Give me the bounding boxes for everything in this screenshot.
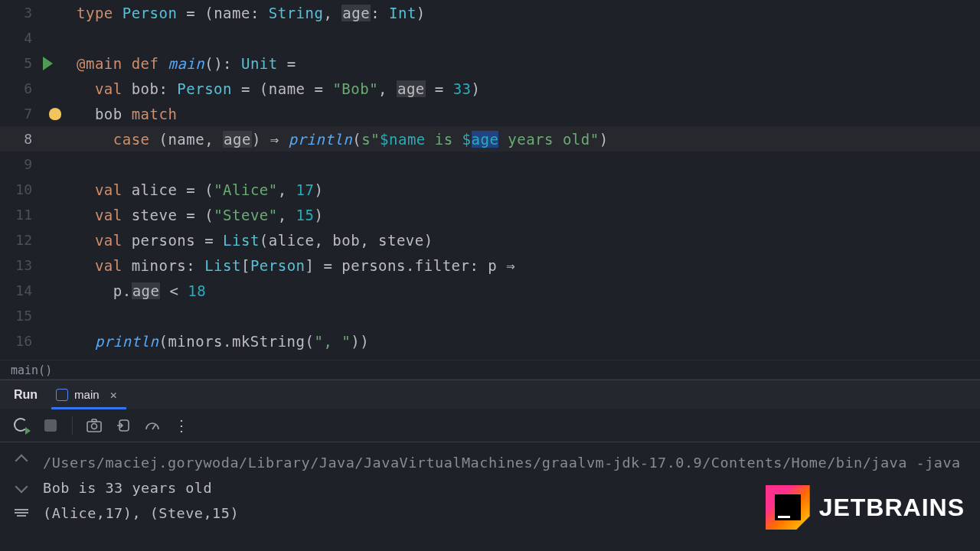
code-text[interactable]: println(minors.mkString(", ")) xyxy=(77,333,369,350)
scroll-up-icon[interactable] xyxy=(14,453,29,468)
code-line[interactable]: 5@main def main(): Unit = xyxy=(0,51,980,76)
jetbrains-logo-icon xyxy=(766,485,810,530)
line-number: 10 xyxy=(0,181,38,197)
rerun-button[interactable] xyxy=(14,418,29,433)
line-number: 8 xyxy=(0,131,38,147)
console-gutter xyxy=(0,442,43,551)
run-toolbar: ⋮ xyxy=(0,409,980,442)
code-line[interactable]: 16 println(minors.mkString(", ")) xyxy=(0,328,980,354)
gutter-gap xyxy=(38,108,77,120)
code-line[interactable]: 3type Person = (name: String, age: Int) xyxy=(0,0,980,25)
jetbrains-logo: JETBRAINS xyxy=(766,485,965,530)
code-line[interactable]: 12 val persons = List(alice, bob, steve) xyxy=(0,227,980,253)
line-number: 13 xyxy=(0,257,38,273)
code-text[interactable]: val bob: Person = (name = "Bob", age = 3… xyxy=(77,80,481,97)
line-number: 15 xyxy=(0,308,38,324)
code-line[interactable]: 10 val alice = ("Alice", 17) xyxy=(0,177,980,202)
code-line[interactable]: 9 xyxy=(0,152,980,177)
intention-bulb-icon[interactable] xyxy=(49,108,61,120)
stop-button[interactable] xyxy=(43,418,58,433)
run-title: Run xyxy=(14,388,38,402)
more-actions-icon[interactable]: ⋮ xyxy=(174,418,189,433)
run-tab-main[interactable]: main ✕ xyxy=(51,380,126,409)
line-number: 7 xyxy=(0,106,38,122)
screenshot-icon[interactable] xyxy=(87,418,102,433)
line-number: 9 xyxy=(0,156,38,172)
code-line[interactable]: 8 case (name, age) ⇒ println(s"$name is … xyxy=(0,126,980,152)
code-line[interactable]: 4 xyxy=(0,25,980,51)
toolbar-divider xyxy=(72,416,73,435)
code-text[interactable]: bob match xyxy=(77,106,177,122)
line-number: 12 xyxy=(0,232,38,248)
code-line[interactable]: 11 val steve = ("Steve", 15) xyxy=(0,202,980,227)
run-tab-label: main xyxy=(74,388,100,401)
application-icon xyxy=(56,389,68,401)
code-line[interactable]: 7 bob match xyxy=(0,101,980,126)
close-icon[interactable]: ✕ xyxy=(106,388,122,402)
code-text[interactable]: val minors: List[Person] = persons.filte… xyxy=(77,257,515,274)
code-editor[interactable]: 3type Person = (name: String, age: Int)4… xyxy=(0,0,980,360)
soft-wrap-icon[interactable] xyxy=(14,505,29,520)
code-line[interactable]: 15 xyxy=(0,303,980,328)
code-text[interactable]: p.age < 18 xyxy=(77,282,206,299)
code-text[interactable]: val persons = List(alice, bob, steve) xyxy=(77,232,433,249)
code-text[interactable]: @main def main(): Unit = xyxy=(77,55,296,72)
line-number: 6 xyxy=(0,80,38,96)
jetbrains-logo-text: JETBRAINS xyxy=(819,494,965,522)
line-number: 16 xyxy=(0,333,38,349)
run-toolwindow-header: Run main ✕ xyxy=(0,380,980,409)
svg-rect-2 xyxy=(92,419,96,422)
line-number: 11 xyxy=(0,207,38,223)
code-text[interactable]: val alice = ("Alice", 17) xyxy=(77,181,323,198)
code-line[interactable]: 14 p.age < 18 xyxy=(0,278,980,303)
code-text[interactable]: type Person = (name: String, age: Int) xyxy=(77,5,426,21)
gutter-gap xyxy=(38,57,77,70)
code-line[interactable]: 13 val minors: List[Person] = persons.fi… xyxy=(0,253,980,278)
svg-point-1 xyxy=(92,423,97,429)
code-text[interactable]: val steve = ("Steve", 15) xyxy=(77,207,323,223)
line-number: 5 xyxy=(0,55,38,71)
profiler-icon[interactable] xyxy=(145,418,160,433)
line-number: 14 xyxy=(0,282,38,298)
line-number: 3 xyxy=(0,5,38,21)
code-text[interactable]: case (name, age) ⇒ println(s"$name is $a… xyxy=(77,131,609,148)
export-icon[interactable] xyxy=(116,418,131,433)
line-number: 4 xyxy=(0,30,38,46)
scroll-down-icon[interactable] xyxy=(14,479,29,494)
run-gutter-icon[interactable] xyxy=(43,57,53,70)
breadcrumb[interactable]: main() xyxy=(0,360,980,380)
tab-underline xyxy=(51,407,126,409)
code-line[interactable]: 6 val bob: Person = (name = "Bob", age =… xyxy=(0,76,980,101)
console-command: /Users/maciej.gorywoda/Library/Java/Java… xyxy=(43,450,961,475)
